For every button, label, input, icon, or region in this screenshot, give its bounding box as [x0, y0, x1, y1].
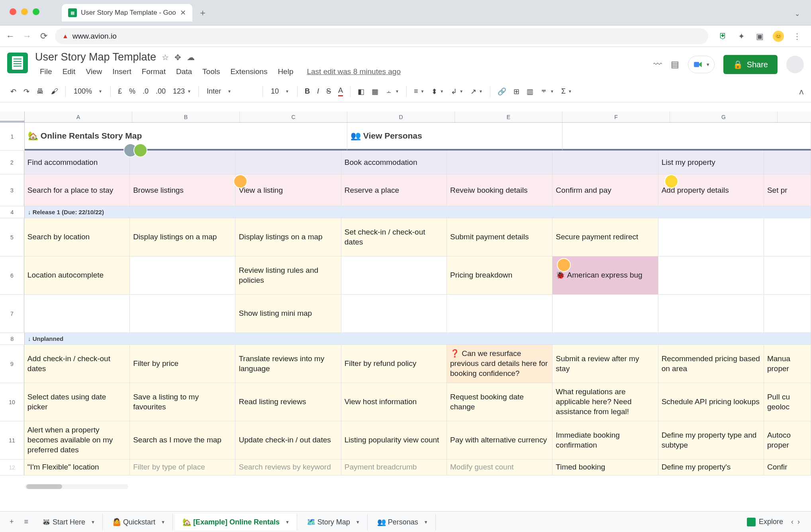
- decrease-decimal-button[interactable]: .0: [139, 85, 152, 98]
- add-sheet-button[interactable]: +: [6, 514, 18, 529]
- story-cell[interactable]: Pricing breakdown: [447, 256, 552, 295]
- back-button[interactable]: ←: [5, 31, 16, 41]
- story-cell[interactable]: "I'm Flexible" location: [24, 460, 130, 475]
- story-cell[interactable]: Filter by price: [130, 345, 235, 383]
- new-tab-button[interactable]: ＋: [196, 6, 210, 20]
- col-head-d[interactable]: D: [347, 111, 455, 122]
- menu-edit[interactable]: Edit: [58, 66, 80, 78]
- story-cell[interactable]: Modify guest count: [447, 460, 552, 475]
- merge-button[interactable]: ⫠ ▼: [382, 85, 402, 98]
- window-expand-icon[interactable]: ⌄: [795, 10, 800, 22]
- fill-color-button[interactable]: ◧: [355, 85, 368, 98]
- goal-cell[interactable]: Book accommodation: [341, 151, 447, 174]
- rotate-button[interactable]: ↗ ▼: [467, 85, 486, 98]
- row-head-2[interactable]: 2: [0, 151, 24, 174]
- story-cell[interactable]: Show listing mini map: [235, 295, 341, 333]
- row-head-7[interactable]: 7: [0, 295, 24, 333]
- story-cell[interactable]: [658, 218, 764, 256]
- menu-file[interactable]: File: [35, 66, 57, 78]
- story-cell[interactable]: [552, 295, 658, 333]
- story-cell[interactable]: Display listings on a map: [130, 218, 235, 256]
- row-head-10[interactable]: 10: [0, 383, 24, 421]
- row-head-3[interactable]: 3: [0, 174, 24, 206]
- browser-tab[interactable]: ▦ User Story Map Template - Goo ✕: [62, 4, 192, 22]
- story-cell[interactable]: Location autocomplete: [24, 256, 130, 295]
- story-cell[interactable]: What regulations are applicable here? Ne…: [552, 383, 658, 421]
- row-head-9[interactable]: 9: [0, 345, 24, 383]
- font-select[interactable]: Inter▼: [203, 86, 259, 97]
- story-cell[interactable]: Timed booking: [552, 460, 658, 475]
- menu-data[interactable]: Data: [171, 66, 197, 78]
- story-cell[interactable]: [341, 256, 447, 295]
- activity-cell[interactable]: View a listing: [235, 174, 341, 206]
- story-cell[interactable]: Submit payment details: [447, 218, 552, 256]
- row-head-12[interactable]: 12: [0, 460, 24, 475]
- story-cell[interactable]: Save a listing to my favourites: [130, 383, 235, 421]
- release-header[interactable]: ↓ Release 1 (Due: 22/10/22): [25, 206, 811, 218]
- comment-button[interactable]: ⊞: [510, 85, 523, 98]
- filter-button[interactable]: ⫧ ▼: [537, 85, 557, 98]
- story-cell[interactable]: Select dates using date picker: [24, 383, 130, 421]
- story-cell[interactable]: Alert when a property becomes available …: [24, 421, 130, 460]
- redo-button[interactable]: ↷: [20, 85, 33, 98]
- select-all-corner[interactable]: [0, 111, 25, 122]
- menu-view[interactable]: View: [81, 66, 107, 78]
- menu-extensions[interactable]: Extensions: [225, 66, 272, 78]
- wrap-button[interactable]: ↲ ▼: [448, 85, 466, 98]
- story-cell-question[interactable]: ❓ Can we resurface previous card details…: [447, 345, 552, 383]
- story-cell[interactable]: Filter by type of place: [130, 460, 235, 475]
- story-cell[interactable]: Autoco proper: [764, 421, 811, 460]
- doc-title[interactable]: User Story Map Template: [35, 51, 156, 63]
- percent-button[interactable]: %: [126, 85, 139, 98]
- activity-cell[interactable]: Confirm and pay: [552, 174, 658, 206]
- font-size-select[interactable]: 10▼: [267, 86, 293, 97]
- row-head-6[interactable]: 6: [0, 256, 24, 295]
- story-cell[interactable]: [130, 256, 235, 295]
- forward-button[interactable]: →: [22, 31, 33, 41]
- functions-button[interactable]: Σ ▼: [558, 85, 575, 98]
- activity-cell[interactable]: Reserve a place: [341, 174, 447, 206]
- reload-button[interactable]: ⟳: [38, 31, 49, 41]
- undo-button[interactable]: ↶: [7, 85, 20, 98]
- col-head-b[interactable]: B: [132, 111, 240, 122]
- strikethrough-button[interactable]: S: [323, 85, 334, 98]
- tab-close-icon[interactable]: ✕: [180, 8, 186, 17]
- story-cell[interactable]: Search reviews by keyword: [235, 460, 341, 475]
- story-cell[interactable]: [130, 295, 235, 333]
- borders-button[interactable]: ▦: [368, 85, 382, 98]
- col-head-c[interactable]: C: [240, 111, 347, 122]
- menu-format[interactable]: Format: [137, 66, 170, 78]
- view-personas-link[interactable]: 👥 View Personas: [347, 123, 562, 151]
- col-head-a[interactable]: A: [25, 111, 132, 122]
- story-cell[interactable]: Search by location: [24, 218, 130, 256]
- col-head-f[interactable]: F: [562, 111, 670, 122]
- print-button[interactable]: 🖶: [33, 85, 47, 98]
- text-color-button[interactable]: A: [335, 84, 346, 99]
- sheet-tab-quickstart[interactable]: 🤷 Quickstart▼: [105, 514, 173, 530]
- cell-blank[interactable]: [562, 123, 811, 151]
- story-cell[interactable]: Display listings on a map: [235, 218, 341, 256]
- story-map-title[interactable]: 🏡 Online Rentals Story Map: [25, 123, 347, 151]
- star-icon[interactable]: ☆: [162, 53, 169, 62]
- sheet-tab-story-map[interactable]: 🗺️ Story Map▼: [300, 514, 368, 530]
- cloud-icon[interactable]: ☁: [187, 53, 195, 62]
- story-cell[interactable]: Pay with alternative currency: [447, 421, 552, 460]
- goal-cell[interactable]: [235, 151, 341, 174]
- story-cell[interactable]: [764, 256, 811, 295]
- sheet-tab-personas[interactable]: 👥 Personas▼: [370, 514, 436, 530]
- activity-cell[interactable]: Search for a place to stay: [24, 174, 130, 206]
- bold-button[interactable]: B: [302, 85, 313, 98]
- side-panel-icon[interactable]: ▣: [754, 31, 765, 41]
- window-close[interactable]: [10, 8, 16, 15]
- sheet-tab-start-here[interactable]: 🦝 Start Here▼: [35, 514, 103, 530]
- browser-menu-icon[interactable]: ⋮: [792, 31, 802, 41]
- italic-button[interactable]: I: [314, 85, 322, 98]
- story-cell[interactable]: Manua proper: [764, 345, 811, 383]
- h-align-button[interactable]: ≡ ▼: [411, 85, 427, 98]
- profile-avatar-icon[interactable]: 😊: [773, 31, 784, 42]
- increase-decimal-button[interactable]: .00: [153, 85, 169, 98]
- activity-cell[interactable]: Reveiw booking details: [447, 174, 552, 206]
- story-cell[interactable]: Filter by refund policy: [341, 345, 447, 383]
- window-maximize[interactable]: [33, 8, 39, 15]
- story-cell[interactable]: Update check-in / out dates: [235, 421, 341, 460]
